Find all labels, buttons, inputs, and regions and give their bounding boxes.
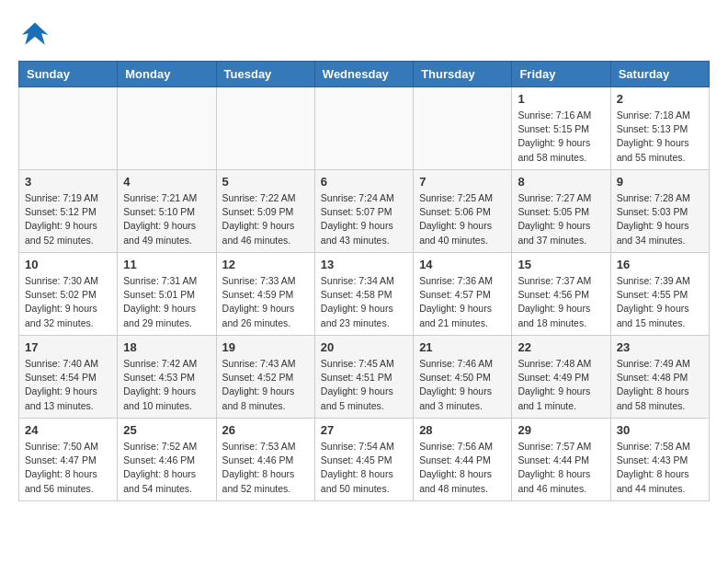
calendar-cell bbox=[314, 87, 413, 170]
calendar-cell: 29Sunrise: 7:57 AM Sunset: 4:44 PM Dayli… bbox=[512, 419, 610, 501]
day-number: 3 bbox=[25, 175, 111, 189]
day-info: Sunrise: 7:28 AM Sunset: 5:03 PM Dayligh… bbox=[617, 191, 703, 247]
calendar-cell: 17Sunrise: 7:40 AM Sunset: 4:54 PM Dayli… bbox=[19, 336, 118, 419]
day-info: Sunrise: 7:53 AM Sunset: 4:46 PM Dayligh… bbox=[222, 440, 309, 496]
logo bbox=[18, 18, 55, 52]
weekday-row: SundayMondayTuesdayWednesdayThursdayFrid… bbox=[19, 62, 710, 87]
day-info: Sunrise: 7:45 AM Sunset: 4:51 PM Dayligh… bbox=[321, 357, 407, 413]
calendar-cell: 3Sunrise: 7:19 AM Sunset: 5:12 PM Daylig… bbox=[19, 170, 118, 253]
day-info: Sunrise: 7:33 AM Sunset: 4:59 PM Dayligh… bbox=[222, 274, 309, 330]
day-number: 11 bbox=[123, 258, 210, 271]
calendar-cell: 15Sunrise: 7:37 AM Sunset: 4:56 PM Dayli… bbox=[512, 253, 610, 336]
day-number: 17 bbox=[25, 340, 111, 354]
calendar-cell: 9Sunrise: 7:28 AM Sunset: 5:03 PM Daylig… bbox=[610, 170, 709, 253]
day-number: 6 bbox=[321, 175, 407, 189]
day-info: Sunrise: 7:27 AM Sunset: 5:05 PM Dayligh… bbox=[518, 191, 604, 247]
day-number: 26 bbox=[222, 423, 309, 437]
day-number: 14 bbox=[419, 258, 506, 271]
day-info: Sunrise: 7:58 AM Sunset: 4:43 PM Dayligh… bbox=[617, 440, 703, 496]
day-info: Sunrise: 7:19 AM Sunset: 5:12 PM Dayligh… bbox=[25, 191, 111, 247]
calendar-cell: 19Sunrise: 7:43 AM Sunset: 4:52 PM Dayli… bbox=[216, 336, 314, 419]
day-number: 12 bbox=[222, 258, 309, 271]
svg-marker-0 bbox=[22, 23, 49, 45]
day-info: Sunrise: 7:49 AM Sunset: 4:48 PM Dayligh… bbox=[617, 357, 703, 413]
day-number: 23 bbox=[617, 340, 703, 354]
weekday-header: Thursday bbox=[414, 62, 512, 87]
calendar-cell: 12Sunrise: 7:33 AM Sunset: 4:59 PM Dayli… bbox=[216, 253, 314, 336]
day-number: 10 bbox=[25, 258, 111, 271]
day-number: 2 bbox=[617, 92, 703, 106]
day-number: 29 bbox=[518, 423, 604, 437]
day-info: Sunrise: 7:24 AM Sunset: 5:07 PM Dayligh… bbox=[321, 191, 407, 247]
weekday-header: Wednesday bbox=[314, 62, 413, 87]
page-header bbox=[18, 18, 710, 52]
calendar-cell: 1Sunrise: 7:16 AM Sunset: 5:15 PM Daylig… bbox=[512, 87, 610, 170]
calendar-cell bbox=[19, 87, 118, 170]
day-info: Sunrise: 7:30 AM Sunset: 5:02 PM Dayligh… bbox=[25, 274, 111, 330]
calendar-cell: 28Sunrise: 7:56 AM Sunset: 4:44 PM Dayli… bbox=[414, 419, 512, 501]
calendar-cell: 2Sunrise: 7:18 AM Sunset: 5:13 PM Daylig… bbox=[610, 87, 709, 170]
day-info: Sunrise: 7:54 AM Sunset: 4:45 PM Dayligh… bbox=[321, 440, 407, 496]
day-info: Sunrise: 7:43 AM Sunset: 4:52 PM Dayligh… bbox=[222, 357, 309, 413]
day-info: Sunrise: 7:50 AM Sunset: 4:47 PM Dayligh… bbox=[25, 440, 111, 496]
calendar-cell: 26Sunrise: 7:53 AM Sunset: 4:46 PM Dayli… bbox=[216, 419, 314, 501]
calendar-cell bbox=[118, 87, 216, 170]
calendar-cell: 27Sunrise: 7:54 AM Sunset: 4:45 PM Dayli… bbox=[314, 419, 413, 501]
day-number: 18 bbox=[123, 340, 210, 354]
day-number: 1 bbox=[518, 92, 604, 106]
day-info: Sunrise: 7:31 AM Sunset: 5:01 PM Dayligh… bbox=[123, 274, 210, 330]
calendar-cell: 10Sunrise: 7:30 AM Sunset: 5:02 PM Dayli… bbox=[19, 253, 118, 336]
day-info: Sunrise: 7:18 AM Sunset: 5:13 PM Dayligh… bbox=[617, 109, 703, 165]
day-number: 7 bbox=[419, 175, 506, 189]
calendar-week-row: 1Sunrise: 7:16 AM Sunset: 5:15 PM Daylig… bbox=[19, 87, 710, 170]
day-info: Sunrise: 7:21 AM Sunset: 5:10 PM Dayligh… bbox=[123, 191, 210, 247]
calendar-table: SundayMondayTuesdayWednesdayThursdayFrid… bbox=[18, 61, 710, 501]
day-info: Sunrise: 7:25 AM Sunset: 5:06 PM Dayligh… bbox=[419, 191, 506, 247]
calendar-cell bbox=[414, 87, 512, 170]
day-info: Sunrise: 7:48 AM Sunset: 4:49 PM Dayligh… bbox=[518, 357, 604, 413]
calendar-week-row: 10Sunrise: 7:30 AM Sunset: 5:02 PM Dayli… bbox=[19, 253, 710, 336]
calendar-cell: 6Sunrise: 7:24 AM Sunset: 5:07 PM Daylig… bbox=[314, 170, 413, 253]
day-number: 24 bbox=[25, 423, 111, 437]
calendar-cell: 8Sunrise: 7:27 AM Sunset: 5:05 PM Daylig… bbox=[512, 170, 610, 253]
day-info: Sunrise: 7:16 AM Sunset: 5:15 PM Dayligh… bbox=[518, 109, 604, 165]
day-number: 8 bbox=[518, 175, 604, 189]
weekday-header: Sunday bbox=[19, 62, 118, 87]
day-number: 28 bbox=[419, 423, 506, 437]
day-number: 16 bbox=[617, 258, 703, 271]
day-info: Sunrise: 7:22 AM Sunset: 5:09 PM Dayligh… bbox=[222, 191, 309, 247]
day-info: Sunrise: 7:40 AM Sunset: 4:54 PM Dayligh… bbox=[25, 357, 111, 413]
weekday-header: Friday bbox=[512, 62, 610, 87]
calendar-cell: 21Sunrise: 7:46 AM Sunset: 4:50 PM Dayli… bbox=[414, 336, 512, 419]
day-number: 5 bbox=[222, 175, 309, 189]
day-number: 13 bbox=[321, 258, 407, 271]
calendar-cell: 25Sunrise: 7:52 AM Sunset: 4:46 PM Dayli… bbox=[118, 419, 216, 501]
calendar-week-row: 24Sunrise: 7:50 AM Sunset: 4:47 PM Dayli… bbox=[19, 419, 710, 501]
calendar-cell: 18Sunrise: 7:42 AM Sunset: 4:53 PM Dayli… bbox=[118, 336, 216, 419]
calendar-cell bbox=[216, 87, 314, 170]
calendar-cell: 5Sunrise: 7:22 AM Sunset: 5:09 PM Daylig… bbox=[216, 170, 314, 253]
logo-icon bbox=[18, 18, 51, 52]
day-number: 25 bbox=[123, 423, 210, 437]
weekday-header: Monday bbox=[118, 62, 216, 87]
day-info: Sunrise: 7:36 AM Sunset: 4:57 PM Dayligh… bbox=[419, 274, 506, 330]
calendar-cell: 20Sunrise: 7:45 AM Sunset: 4:51 PM Dayli… bbox=[314, 336, 413, 419]
calendar-week-row: 3Sunrise: 7:19 AM Sunset: 5:12 PM Daylig… bbox=[19, 170, 710, 253]
calendar-cell: 4Sunrise: 7:21 AM Sunset: 5:10 PM Daylig… bbox=[118, 170, 216, 253]
calendar-cell: 11Sunrise: 7:31 AM Sunset: 5:01 PM Dayli… bbox=[118, 253, 216, 336]
calendar-cell: 24Sunrise: 7:50 AM Sunset: 4:47 PM Dayli… bbox=[19, 419, 118, 501]
day-number: 30 bbox=[617, 423, 703, 437]
calendar-cell: 16Sunrise: 7:39 AM Sunset: 4:55 PM Dayli… bbox=[610, 253, 709, 336]
day-number: 22 bbox=[518, 340, 604, 354]
day-info: Sunrise: 7:42 AM Sunset: 4:53 PM Dayligh… bbox=[123, 357, 210, 413]
calendar-cell: 22Sunrise: 7:48 AM Sunset: 4:49 PM Dayli… bbox=[512, 336, 610, 419]
weekday-header: Saturday bbox=[610, 62, 709, 87]
weekday-header: Tuesday bbox=[216, 62, 314, 87]
day-info: Sunrise: 7:56 AM Sunset: 4:44 PM Dayligh… bbox=[419, 440, 506, 496]
day-info: Sunrise: 7:57 AM Sunset: 4:44 PM Dayligh… bbox=[518, 440, 604, 496]
day-number: 27 bbox=[321, 423, 407, 437]
day-number: 21 bbox=[419, 340, 506, 354]
day-info: Sunrise: 7:52 AM Sunset: 4:46 PM Dayligh… bbox=[123, 440, 210, 496]
calendar-header: SundayMondayTuesdayWednesdayThursdayFrid… bbox=[19, 62, 710, 87]
day-info: Sunrise: 7:46 AM Sunset: 4:50 PM Dayligh… bbox=[419, 357, 506, 413]
